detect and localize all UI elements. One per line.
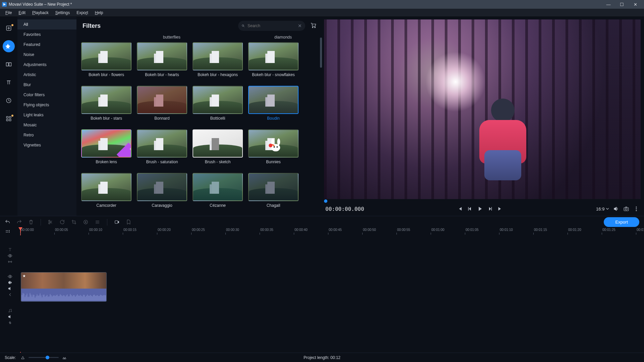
filter-thumb-boudin[interactable]: Boudin — [248, 86, 299, 126]
scrollbar[interactable] — [320, 38, 322, 68]
menubar: File Edit Playback Settings Export Help — [0, 9, 644, 17]
menu-playback[interactable]: Playback — [29, 10, 52, 15]
volume-icon[interactable] — [8, 314, 12, 319]
category-blur[interactable]: Blur — [17, 80, 76, 90]
visibility-icon[interactable] — [8, 274, 12, 279]
filter-thumb-bokeh-blur-hexagons[interactable]: Bokeh blur - hexagons — [193, 42, 243, 82]
filter-thumb-bokeh-blur-snowflakes[interactable]: Bokeh blur - snowflakes — [248, 42, 299, 82]
tool-stickers-button[interactable] — [3, 95, 15, 107]
preview-frame-back-button[interactable] — [467, 206, 473, 212]
tool-more-button[interactable] — [3, 113, 15, 125]
svg-point-36 — [9, 255, 11, 256]
split-button[interactable] — [48, 219, 53, 225]
filter-thumb-caravaggio[interactable]: Caravaggio — [137, 173, 187, 213]
menu-file[interactable]: File — [2, 10, 15, 15]
category-all[interactable]: All — [17, 19, 76, 29]
search-clear-button[interactable]: ✕ — [298, 23, 302, 28]
window-maximize-button[interactable]: ☐ — [615, 2, 629, 7]
category-light-leaks[interactable]: Light leaks — [17, 110, 76, 120]
filter-thumb-brush-saturation[interactable]: Brush - saturation — [137, 129, 187, 170]
search-input[interactable] — [248, 23, 298, 28]
cart-button[interactable] — [310, 22, 317, 30]
effects-icon[interactable] — [8, 280, 12, 285]
category-artistic[interactable]: Artistic — [17, 70, 76, 80]
preview-skip-end-button[interactable] — [497, 206, 503, 212]
link-icon[interactable] — [8, 259, 12, 264]
timeline-settings-button[interactable] — [5, 229, 11, 235]
category-featured[interactable]: Featured — [17, 40, 76, 50]
timeline-clip[interactable]: ★ — [21, 272, 107, 302]
filter-thumb-c-zanne[interactable]: Cézanne — [193, 173, 243, 213]
svg-rect-22 — [491, 207, 492, 211]
add-marker-button[interactable] — [126, 219, 131, 225]
preview-frame-forward-button[interactable] — [487, 206, 493, 212]
filter-thumb-botticelli[interactable]: Botticelli — [193, 86, 243, 126]
category-noise[interactable]: Noise — [17, 50, 76, 60]
svg-point-31 — [85, 222, 86, 223]
zoom-slider-knob[interactable] — [46, 356, 49, 359]
filter-thumb-bokeh-blur-flowers[interactable]: Bokeh blur - flowers — [81, 42, 131, 82]
timeline-ruler[interactable]: 00:00:0000:00:0500:00:1000:00:1500:00:20… — [0, 228, 644, 235]
window-close-button[interactable]: ✕ — [629, 2, 642, 7]
filter-thumb-camcorder[interactable]: Camcorder — [81, 173, 131, 213]
link-icon[interactable] — [8, 320, 12, 325]
menu-edit[interactable]: Edit — [15, 10, 29, 15]
redo-button[interactable] — [16, 219, 22, 225]
delete-button[interactable] — [28, 219, 34, 225]
tool-titles-button[interactable] — [3, 76, 15, 88]
tool-filters-button[interactable] — [3, 40, 15, 52]
category-adjustments[interactable]: Adjustments — [17, 60, 76, 70]
window-minimize-button[interactable]: — — [602, 2, 615, 7]
svg-point-37 — [9, 276, 11, 277]
filter-thumb-brush-sketch[interactable]: Brush - sketch — [193, 129, 243, 170]
svg-point-28 — [49, 220, 50, 222]
volume-icon[interactable] — [8, 286, 12, 291]
ruler-tick: 00:00:00 — [20, 228, 34, 232]
undo-button[interactable] — [5, 219, 10, 225]
filter-thumb-bonnard[interactable]: Bonnard — [137, 86, 187, 126]
export-button[interactable]: Export — [604, 217, 639, 227]
svg-rect-10 — [9, 119, 11, 121]
ruler-tick: 00:00:55 — [396, 228, 410, 232]
preview-volume-button[interactable] — [613, 206, 619, 212]
category-vignettes[interactable]: Vignettes — [17, 140, 76, 150]
preview-viewport[interactable] — [324, 19, 641, 199]
filter-label: Caravaggio — [137, 203, 187, 213]
rotate-button[interactable] — [59, 219, 65, 225]
search-box[interactable]: ✕ — [238, 21, 305, 31]
category-color-filters[interactable]: Color filters — [17, 90, 76, 100]
visibility-icon[interactable] — [8, 253, 12, 258]
preview-more-button[interactable] — [633, 206, 639, 212]
tool-import-button[interactable] — [3, 22, 15, 34]
svg-point-24 — [625, 208, 627, 210]
filter-thumb-bokeh-blur-hearts[interactable]: Bokeh blur - hearts — [137, 42, 187, 82]
category-flying-objects[interactable]: Flying objects — [17, 100, 76, 110]
menu-settings[interactable]: Settings — [52, 10, 73, 15]
crop-button[interactable] — [71, 219, 77, 225]
preview-play-button[interactable] — [477, 206, 483, 212]
aspect-ratio-selector[interactable]: 16:9 — [596, 206, 609, 212]
filter-thumb-bokeh-blur-stars[interactable]: Bokeh blur - stars — [81, 86, 131, 126]
clip-properties-button[interactable] — [95, 219, 100, 225]
filter-thumb-broken-lens[interactable]: NEWBroken lens — [81, 129, 131, 170]
preview-snapshot-button[interactable] — [623, 206, 629, 212]
zoom-in-button[interactable] — [62, 355, 67, 360]
menu-help[interactable]: Help — [92, 10, 107, 15]
music-icon — [8, 308, 12, 313]
filter-thumb-bunnies[interactable]: Bunnies — [248, 129, 299, 170]
preview-progress-bar[interactable] — [324, 200, 641, 202]
category-mosaic[interactable]: Mosaic — [17, 120, 76, 130]
zoom-out-button[interactable] — [20, 355, 25, 360]
menu-export[interactable]: Export — [73, 10, 92, 15]
timeline-tracks[interactable]: ★ — [0, 235, 644, 352]
filter-thumb-chagall[interactable]: Chagall — [248, 173, 299, 213]
record-voiceover-button[interactable] — [114, 219, 120, 225]
filter-label: Boudin — [248, 116, 299, 126]
back-arrow-icon[interactable] — [8, 292, 12, 297]
category-retro[interactable]: Retro — [17, 130, 76, 140]
zoom-slider[interactable] — [29, 357, 59, 358]
color-adjust-button[interactable] — [83, 219, 89, 225]
tool-transitions-button[interactable] — [3, 58, 15, 70]
category-favorites[interactable]: Favorites — [17, 29, 76, 40]
preview-skip-start-button[interactable] — [457, 206, 463, 212]
